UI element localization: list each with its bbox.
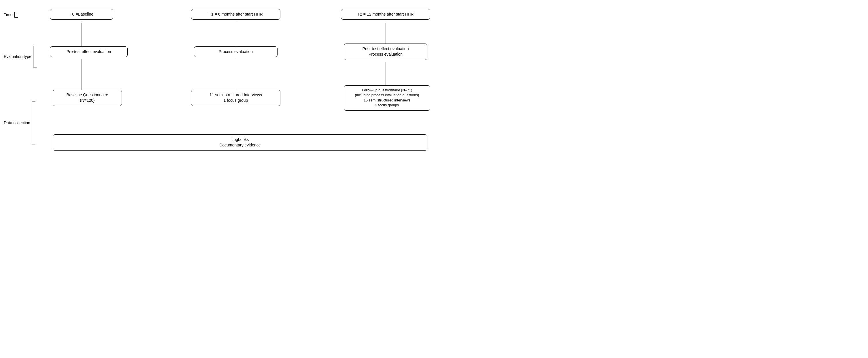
- time-label-row: Time: [4, 12, 18, 18]
- process-eval-label: Process evaluation: [219, 49, 253, 54]
- pre-test-box: Pre-test effect evaluation: [50, 47, 128, 57]
- process-eval-box: Process evaluation: [194, 47, 278, 57]
- eval-bracket: [33, 46, 37, 67]
- t1-box: T1 = 6 months after start HHR: [191, 9, 280, 20]
- data-label-row: Data collection: [4, 101, 35, 144]
- followup-box: Follow-up questionnaire (N=71) (includin…: [344, 85, 430, 111]
- interviews-label: 11 semi structured Interviews 1 focus gr…: [210, 92, 262, 103]
- interviews-box: 11 semi structured Interviews 1 focus gr…: [191, 90, 280, 106]
- t0-box: T0 =Baseline: [50, 9, 113, 20]
- t2-box: T2 = 12 months after start HHR: [341, 9, 430, 20]
- diagram-container: Time Evaluation type Data collection T0 …: [4, 3, 430, 176]
- data-bracket: [32, 101, 35, 144]
- baseline-q-box: Baseline Questionnaire (N=120): [53, 90, 122, 106]
- post-test-label: Post-test effect evaluation Process eval…: [363, 47, 409, 57]
- time-label: Time: [4, 12, 13, 17]
- logbooks-label: Logbooks Documentary evidence: [219, 137, 260, 148]
- t1-label: T1 = 6 months after start HHR: [209, 12, 262, 17]
- eval-label-row: Evaluation type: [4, 46, 37, 67]
- main-content: T0 =Baseline T1 = 6 months after start H…: [50, 3, 430, 176]
- time-bracket: [14, 12, 18, 18]
- eval-label: Evaluation type: [4, 54, 31, 59]
- pre-test-label: Pre-test effect evaluation: [67, 49, 111, 54]
- t2-label: T2 = 12 months after start HHR: [358, 12, 414, 17]
- logbooks-box: Logbooks Documentary evidence: [53, 134, 427, 151]
- post-test-box: Post-test effect evaluation Process eval…: [344, 43, 427, 60]
- baseline-q-label: Baseline Questionnaire (N=120): [67, 92, 108, 103]
- t0-label: T0 =Baseline: [70, 12, 93, 17]
- followup-label: Follow-up questionnaire (N=71) (includin…: [355, 88, 419, 108]
- data-label: Data collection: [4, 120, 30, 125]
